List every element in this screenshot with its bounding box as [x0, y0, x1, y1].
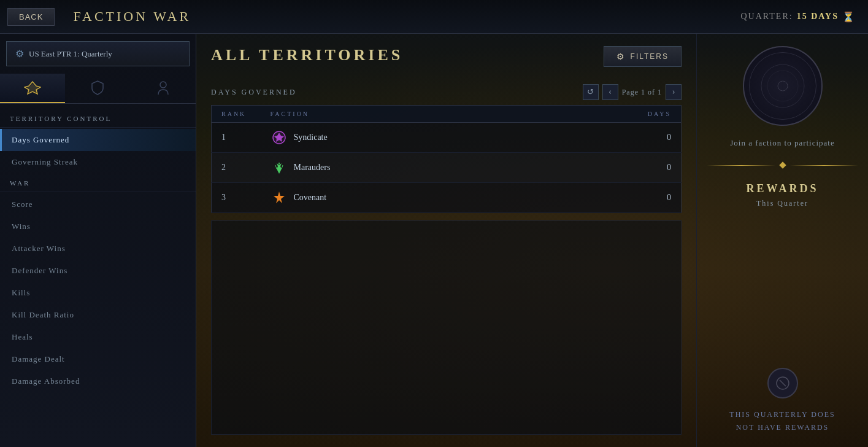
quarter-info: QUARTER: 15 days ⏳: [740, 11, 856, 23]
faction-cell-inner: Syndicate: [271, 129, 598, 146]
divider-diamond: [779, 161, 786, 168]
rank-cell: 1: [212, 123, 261, 153]
sidebar-item-defender-wins[interactable]: Defender Wins: [0, 260, 196, 282]
server-name: US East PTR 1: Quarterly: [29, 49, 112, 59]
filters-label: Filters: [631, 52, 669, 61]
prev-page-button[interactable]: ‹: [602, 84, 618, 100]
filters-button[interactable]: ⚙ Filters: [604, 46, 682, 67]
table-header-title: DAYS GOVERNED: [211, 88, 297, 97]
main-header-row: ALL TERRITORIES ⚙ Filters: [211, 46, 682, 77]
rank-cell: 3: [212, 183, 261, 213]
shield-tab-icon: [91, 80, 104, 96]
main-content: ALL TERRITORIES ⚙ Filters DAYS GOVERNED …: [196, 34, 868, 447]
quarter-value: 15 days: [797, 12, 839, 21]
emblem-decoration: [758, 61, 807, 111]
sidebar: ⚙ US East PTR 1: Quarterly TERRITORY CON…: [0, 34, 196, 447]
sidebar-item-damage-dealt[interactable]: Damage Dealt: [0, 348, 196, 370]
divider-2: [0, 192, 196, 192]
table-header-row: RANK FACTION DAYS: [212, 106, 682, 123]
refresh-button[interactable]: ↺: [583, 84, 599, 100]
person-tab-icon: [157, 80, 169, 96]
data-table: RANK FACTION DAYS 1 Syndicate 0 2: [211, 105, 682, 213]
faction-tabs: [0, 74, 196, 104]
svg-marker-4: [274, 192, 285, 203]
back-button[interactable]: Back: [7, 8, 55, 26]
rewards-title: REWARDS: [746, 182, 818, 195]
days-cell: 0: [608, 123, 682, 153]
divider-1: [0, 127, 196, 128]
center-panel: ALL TERRITORIES ⚙ Filters DAYS GOVERNED …: [196, 34, 696, 447]
divider-line: [707, 163, 858, 168]
emblem-inner-ring: [749, 52, 816, 120]
table-row: 3 Covenant 0: [212, 183, 682, 213]
settings-icon: ⚙: [15, 48, 24, 60]
faction-tab-all[interactable]: [0, 74, 65, 103]
table-row: 2 Marauders 0: [212, 153, 682, 183]
top-bar: Back FACTION WAR QUARTER: 15 days ⏳: [0, 0, 868, 34]
sidebar-item-days-governed[interactable]: Days Governed: [0, 129, 196, 151]
faction-all-icon: [24, 81, 41, 95]
filter-icon: ⚙: [616, 52, 626, 61]
col-faction: FACTION: [261, 106, 608, 123]
faction-icon: [271, 189, 288, 206]
faction-icon: [271, 159, 288, 176]
quarter-label: QUARTER:: [740, 12, 793, 21]
col-days: DAYS: [608, 106, 682, 123]
faction-emblem: [743, 46, 823, 126]
join-faction-text: Join a faction to participate: [730, 138, 835, 148]
sidebar-item-kill-death-ratio[interactable]: Kill Death Ratio: [0, 304, 196, 326]
faction-tab-shield[interactable]: [65, 74, 130, 103]
table-controls: ↺ ‹ Page 1 of 1 ›: [583, 84, 682, 100]
sidebar-item-kills[interactable]: Kills: [0, 282, 196, 304]
next-page-button[interactable]: ›: [666, 84, 682, 100]
faction-cell: Marauders: [261, 153, 608, 183]
faction-cell: Syndicate: [261, 123, 608, 153]
bottom-area: [211, 220, 682, 435]
col-rank: RANK: [212, 106, 261, 123]
sidebar-item-score[interactable]: Score: [0, 193, 196, 216]
sidebar-item-governing-streak[interactable]: Governing Streak: [0, 151, 196, 173]
server-selector[interactable]: ⚙ US East PTR 1: Quarterly: [6, 41, 190, 66]
days-cell: 0: [608, 153, 682, 183]
sidebar-item-wins[interactable]: Wins: [0, 216, 196, 238]
page-info: Page 1 of 1: [622, 88, 662, 97]
sidebar-item-heals[interactable]: Heals: [0, 326, 196, 348]
rewards-subtitle: This Quarter: [756, 199, 808, 208]
days-cell: 0: [608, 183, 682, 213]
sidebar-item-attacker-wins[interactable]: Attacker Wins: [0, 238, 196, 260]
faction-name: Marauders: [294, 163, 331, 173]
war-title: WAR: [0, 173, 196, 190]
hourglass-icon: ⏳: [842, 11, 856, 23]
faction-cell: Covenant: [261, 183, 608, 213]
app-title: FACTION WAR: [73, 9, 191, 25]
no-rewards-symbol: [775, 376, 790, 391]
faction-name: Covenant: [294, 193, 327, 203]
no-rewards-icon: [767, 368, 798, 398]
page-title: ALL TERRITORIES: [211, 46, 403, 64]
faction-tab-person[interactable]: [131, 74, 196, 103]
svg-point-2: [160, 82, 166, 88]
rank-cell: 2: [212, 153, 261, 183]
no-rewards-text: THIS QUARTERLY DOESNOT HAVE REWARDS: [729, 408, 835, 435]
faction-icon: [271, 129, 288, 146]
faction-cell-inner: Marauders: [271, 159, 598, 176]
table-row: 1 Syndicate 0: [212, 123, 682, 153]
faction-name: Syndicate: [294, 133, 328, 142]
table-header-bar: DAYS GOVERNED ↺ ‹ Page 1 of 1 ›: [211, 84, 682, 100]
faction-cell-inner: Covenant: [271, 189, 598, 206]
right-panel: Join a faction to participate REWARDS Th…: [696, 34, 868, 447]
territory-control-title: TERRITORY CONTROL: [0, 109, 196, 126]
svg-line-11: [780, 380, 786, 386]
sidebar-item-damage-absorbed[interactable]: Damage Absorbed: [0, 370, 196, 392]
